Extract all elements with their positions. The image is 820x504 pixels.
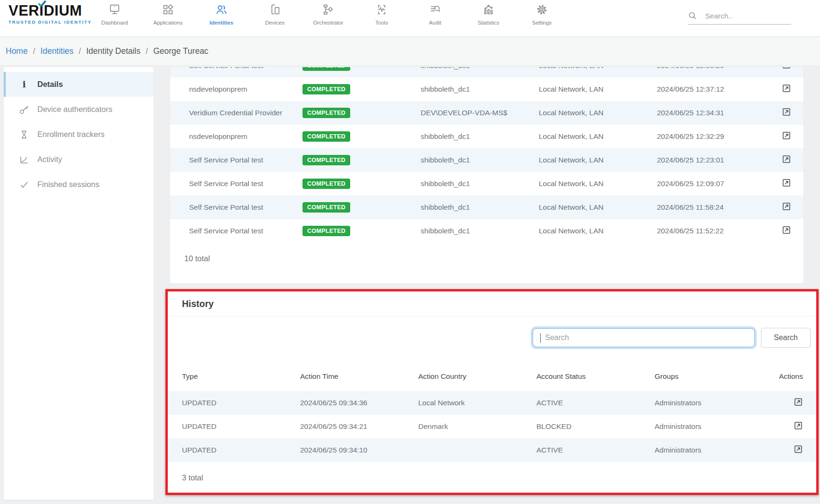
sidebar-item-label: Enrollment trackers [37,130,104,139]
history-table: UPDATED 2024/06/25 09:34:36 Local Networ… [168,391,816,462]
logo-text: VER [9,3,39,19]
history-panel: History Search Type Action Time Action C… [168,291,816,493]
open-session-button[interactable] [782,202,791,211]
session-row: Self Service Portal test COMPLETED shibb… [170,196,803,219]
status-badge: COMPLETED [302,179,350,189]
nav-item-audit[interactable]: Audit [408,3,462,26]
history-action-time: 2024/06/25 09:34:21 [300,422,418,431]
open-session-button[interactable] [782,107,791,117]
history-groups: Administrators [655,399,773,407]
status-badge: COMPLETED [302,108,350,118]
audit-icon [429,3,441,16]
session-app-name: Self Service Portal test [189,67,302,70]
nav-label: Settings [532,20,552,26]
history-groups: Administrators [655,422,773,431]
sidebar-item-label: Details [37,80,63,89]
session-row: nsdeveloponprem COMPLETED shibboleth_dc1… [170,125,803,148]
nav-label: Audit [429,20,441,26]
history-search-input[interactable] [545,333,754,342]
sidebar-item-details[interactable]: i Details [4,72,154,97]
session-time: 2024/06/25 12:09:07 [657,179,775,188]
session-app-name: Veridium Credential Provider [189,109,302,117]
session-row: Self Service Portal test COMPLETED shibb… [170,148,803,172]
session-row: Self Service Portal test COMPLETED shibb… [170,67,803,77]
sidebar-item-device-authenticators[interactable]: Device authenticators [4,97,154,122]
status-badge: COMPLETED [302,131,350,142]
breadcrumb-home[interactable]: Home [6,46,28,56]
nav-item-devices[interactable]: Devices [248,3,302,26]
open-session-button[interactable] [782,225,791,235]
status-badge: COMPLETED [302,226,350,236]
open-session-button[interactable] [782,131,791,140]
sidebar-item-activity[interactable]: Activity [4,147,154,172]
session-location: Local Network, LAN [539,67,657,70]
session-location: Local Network, LAN [539,85,657,94]
history-row: UPDATED 2024/06/25 09:34:21 Denmark BLOC… [168,415,816,438]
session-time: 2024/06/25 11:58:24 [657,203,775,212]
open-external-icon [794,397,803,407]
global-search-input[interactable] [705,12,776,20]
session-server: shibboleth_dc1 [421,179,539,188]
breadcrumb: Home / Identities / Identity Details / G… [0,37,820,65]
status-badge: COMPLETED [302,155,350,165]
nav-item-dashboard[interactable]: Dashboard [88,3,141,26]
session-location: Local Network, LAN [539,132,657,141]
tools-icon [375,3,388,16]
nav-item-tools[interactable]: Tools [355,3,408,26]
history-search-row: Search [168,316,816,348]
history-action-time: 2024/06/25 09:34:36 [300,399,418,407]
history-type: UPDATED [182,422,300,431]
nav-item-settings[interactable]: Settings [515,3,569,26]
open-history-entry-button[interactable] [794,444,803,454]
open-external-icon [782,154,791,164]
key-icon [18,104,30,115]
status-badge: COMPLETED [302,202,350,213]
nav-item-applications[interactable]: Applications [141,3,195,26]
nav-label: Tools [375,20,388,26]
sidebar-item-label: Finished sessions [37,180,99,189]
session-row: Self Service Portal test COMPLETED shibb… [170,219,803,243]
session-server: shibboleth_dc1 [421,67,539,70]
status-badge: COMPLETED [302,84,350,94]
sidebar-item-finished-sessions[interactable]: Finished sessions [4,172,154,197]
devices-icon [268,3,281,16]
history-search-button[interactable]: Search [761,328,811,348]
col-type: Type [182,372,300,381]
session-location: Local Network, LAN [539,179,657,188]
col-account-status: Account Status [536,372,655,381]
open-session-button[interactable] [782,178,791,188]
veridium-logo[interactable]: VERIDIUM TRUSTED DIGITAL IDENTITY [9,3,92,25]
history-type: UPDATED [182,446,300,454]
breadcrumb-identity-details: Identity Details [86,46,140,56]
open-session-button[interactable] [782,154,791,164]
open-external-icon [782,67,791,69]
logo-check-icon [37,0,47,7]
nav-item-identities[interactable]: Identities [195,3,248,26]
session-server: DEV\DEVELOP-VDA-MS$ [421,109,539,117]
session-server: shibboleth_dc1 [421,227,539,235]
col-groups: Groups [655,372,773,381]
open-history-entry-button[interactable] [794,421,803,430]
sidebar-item-enrollment-trackers[interactable]: Enrollment trackers [4,122,154,147]
open-session-button[interactable] [782,84,791,93]
search-icon [688,11,698,21]
history-account-status: ACTIVE [536,399,655,407]
sidebar-item-label: Activity [37,155,62,164]
session-row: Veridium Credential Provider COMPLETED D… [170,101,803,125]
session-row: nsdeveloponprem COMPLETED shibboleth_dc1… [170,77,803,101]
history-type: UPDATED [182,399,300,407]
logo-letter-i: I [39,3,43,19]
nav-item-statistics[interactable]: Statistics [462,3,515,26]
logo-text: DIUM [43,3,82,19]
statistics-icon [482,3,495,16]
hourglass-icon [18,129,30,140]
nav-item-orchestrator[interactable]: Orchestrator [302,3,355,26]
open-external-icon [782,84,791,93]
open-history-entry-button[interactable] [794,397,803,407]
nav-label: Applications [153,20,182,26]
breadcrumb-identities[interactable]: Identities [41,46,74,56]
open-session-button[interactable] [782,67,791,69]
status-badge: COMPLETED [302,67,350,71]
session-row: Self Service Portal test COMPLETED shibb… [170,172,803,196]
main-nav: Dashboard Applications Identities [88,3,569,26]
